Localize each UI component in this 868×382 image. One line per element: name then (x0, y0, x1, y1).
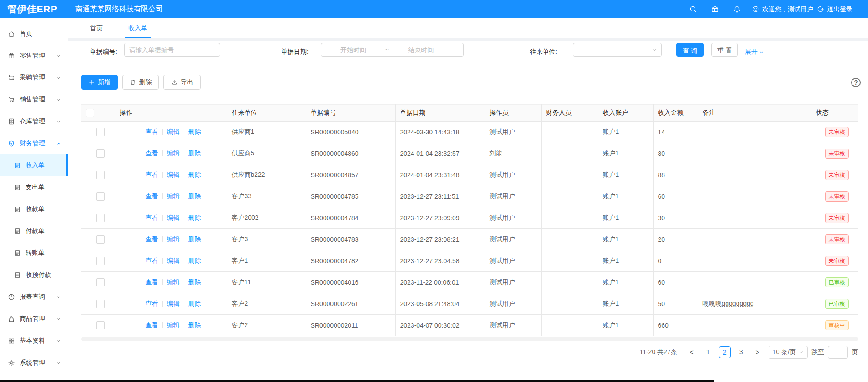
sidebar-item-13[interactable]: 商品管理 (0, 308, 68, 330)
edit-link[interactable]: 编辑 (167, 214, 180, 221)
status-cell: 未审核 (811, 186, 858, 207)
edit-link[interactable]: 编辑 (167, 321, 180, 329)
edit-link[interactable]: 编辑 (167, 192, 180, 200)
view-link[interactable]: 查看 (146, 235, 158, 243)
chevron-down-icon (652, 48, 657, 53)
jump-page-input[interactable] (828, 346, 848, 359)
bell-icon[interactable] (733, 5, 741, 13)
select-all-checkbox[interactable] (86, 109, 94, 117)
next-page-button[interactable]: > (752, 346, 763, 358)
sidebar-item-14[interactable]: 基本资料 (0, 330, 68, 352)
bill-no-input[interactable] (125, 43, 220, 56)
page-number-2[interactable]: 2 (719, 346, 731, 358)
delete-button[interactable]: 删除 (122, 75, 159, 90)
tab-0[interactable]: 首页 (90, 18, 103, 38)
row-checkbox[interactable] (96, 300, 105, 308)
delete-link[interactable]: 删除 (188, 128, 201, 135)
sidebar-item-9[interactable]: 付款单 (0, 220, 68, 242)
pagination: 11-20 共27条 < 123 > 10 条/页 跳至 页 (81, 346, 858, 359)
row-checkbox[interactable] (96, 128, 105, 136)
edit-link[interactable]: 编辑 (167, 235, 180, 243)
row-checkbox[interactable] (96, 171, 105, 179)
delete-link[interactable]: 删除 (188, 300, 201, 307)
sidebar-item-6[interactable]: 收入单 (0, 154, 68, 176)
row-checkbox[interactable] (96, 149, 105, 158)
operator-cell: 刘能 (485, 143, 541, 164)
sidebar-item-1[interactable]: 零售管理 (0, 45, 68, 67)
income-bill-table: 操作往来单位单据编号单据日期操作员财务人员收入账户收入金额备注状态 查看编辑删除… (81, 104, 858, 336)
income-amount-cell: 660 (653, 315, 698, 336)
operator-cell: 测试用户 (485, 122, 541, 143)
sidebar-item-7[interactable]: 支出单 (0, 176, 68, 198)
bill-date-cell: 2023-05-08 21:48:04 (395, 293, 485, 315)
delete-link[interactable]: 删除 (188, 257, 201, 264)
partner-cell: 供应商b222 (227, 164, 306, 186)
view-link[interactable]: 查看 (146, 321, 158, 329)
tab-bar: 首页收入单 (68, 18, 868, 38)
chevron-down-icon (759, 50, 764, 55)
row-checkbox[interactable] (96, 257, 105, 265)
row-checkbox[interactable] (96, 214, 105, 222)
view-link[interactable]: 查看 (146, 128, 158, 135)
partner-select[interactable] (573, 43, 662, 57)
delete-link[interactable]: 删除 (188, 171, 201, 178)
edit-link[interactable]: 编辑 (167, 171, 180, 178)
page-number-1[interactable]: 1 (702, 346, 714, 358)
horizontal-scrollbar[interactable] (81, 337, 858, 341)
row-checkbox[interactable] (96, 192, 105, 201)
date-end-input[interactable] (389, 43, 453, 56)
view-link[interactable]: 查看 (146, 257, 158, 264)
view-link[interactable]: 查看 (146, 192, 158, 200)
view-link[interactable]: 查看 (146, 278, 158, 286)
reset-button[interactable]: 重 置 (711, 43, 738, 57)
sidebar-item-2[interactable]: 采购管理 (0, 67, 68, 89)
row-checkbox[interactable] (96, 235, 105, 244)
view-link[interactable]: 查看 (146, 149, 158, 157)
help-icon[interactable]: ? (851, 78, 861, 87)
delete-link[interactable]: 删除 (188, 278, 201, 286)
delete-link[interactable]: 删除 (188, 321, 201, 329)
logout-button[interactable]: 退出登录 (817, 0, 852, 18)
sidebar-item-3[interactable]: 销售管理 (0, 89, 68, 111)
expand-link[interactable]: 展开 (745, 45, 764, 58)
row-checkbox[interactable] (96, 278, 105, 286)
row-actions-cell: 查看编辑删除 (115, 293, 227, 315)
page-number-3[interactable]: 3 (735, 346, 747, 358)
sidebar-item-11[interactable]: 收预付款 (0, 264, 68, 286)
sidebar-item-12[interactable]: 报表查询 (0, 286, 68, 308)
delete-link[interactable]: 删除 (188, 235, 201, 243)
add-button[interactable]: 新增 (81, 75, 118, 90)
sidebar-item-15[interactable]: 系统管理 (0, 352, 68, 374)
sidebar-item-0[interactable]: 首页 (0, 23, 68, 45)
bill-no-cell: SR00000004784 (306, 207, 395, 229)
tab-1[interactable]: 收入单 (128, 18, 147, 38)
edit-link[interactable]: 编辑 (167, 149, 180, 157)
search-icon[interactable] (689, 5, 697, 13)
view-link[interactable]: 查看 (146, 214, 158, 221)
view-link[interactable]: 查看 (146, 300, 158, 307)
status-badge: 未审核 (825, 170, 849, 180)
bank-icon[interactable] (711, 5, 719, 13)
user-welcome[interactable]: 欢迎您，测试用户 (752, 0, 813, 18)
edit-link[interactable]: 编辑 (167, 278, 180, 286)
bill-no-cell: SR00000002261 (306, 293, 395, 315)
prev-page-button[interactable]: < (686, 346, 698, 358)
edit-link[interactable]: 编辑 (167, 128, 180, 135)
delete-link[interactable]: 删除 (188, 192, 201, 200)
page-size-select[interactable]: 10 条/页 (769, 346, 808, 359)
export-button[interactable]: 导出 (163, 75, 201, 90)
edit-link[interactable]: 编辑 (167, 300, 180, 307)
partner-cell: 客户1 (227, 250, 306, 272)
sidebar-item-8[interactable]: 收款单 (0, 198, 68, 220)
sidebar-item-4[interactable]: 仓库管理 (0, 111, 68, 133)
delete-link[interactable]: 删除 (188, 214, 201, 221)
view-link[interactable]: 查看 (146, 171, 158, 178)
row-checkbox[interactable] (96, 321, 105, 329)
table-row: 查看编辑删除 供应商5 SR00000004860 2024-01-04 23:… (81, 143, 858, 164)
sidebar-item-10[interactable]: 转账单 (0, 242, 68, 264)
date-start-input[interactable] (321, 43, 385, 56)
search-button[interactable]: 查 询 (676, 43, 704, 57)
edit-link[interactable]: 编辑 (167, 257, 180, 264)
sidebar-item-5[interactable]: 财务管理 (0, 133, 68, 154)
delete-link[interactable]: 删除 (188, 149, 201, 157)
